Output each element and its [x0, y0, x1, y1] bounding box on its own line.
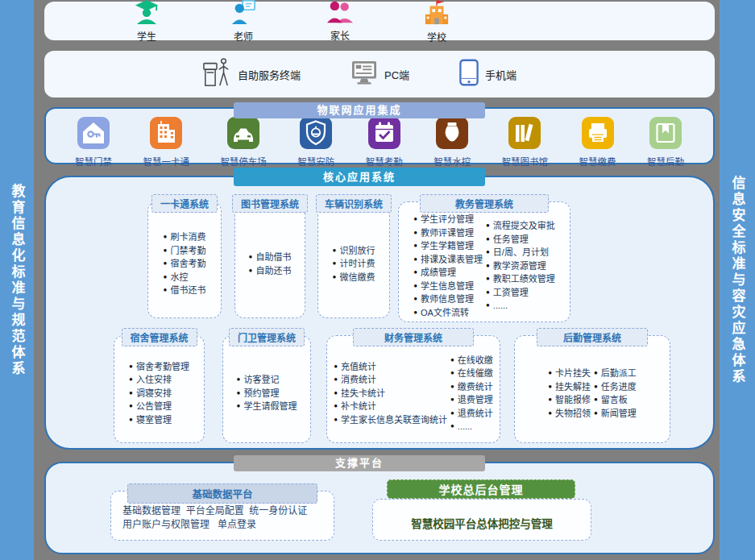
feature-item-label: 工资管理: [493, 286, 529, 300]
system-box-title: 车辆识别系统: [316, 194, 392, 213]
iot-label: 智慧图书馆: [502, 155, 549, 168]
feature-item: ●卡片挂失: [548, 367, 591, 380]
iot-label: 智慧停车场: [220, 155, 267, 168]
feature-item-label: 充值统计: [341, 360, 376, 374]
device-label: PC端: [384, 67, 409, 82]
feature-item-label: 缴费统计: [458, 380, 493, 394]
system-box: 宿舍管理系统●宿舍考勤管理●入住安排●调寝安排●公告管理●寝室管理: [114, 335, 205, 443]
system-box: 财务管理系统●充值统计●消费统计●挂失卡统计●补卡统计●学生家长信息关联查询统计…: [326, 335, 500, 443]
iot-item: 智慧停车场: [220, 117, 267, 168]
onecard-icon: [150, 117, 182, 152]
feature-item-label: 学生家长信息关联查询统计: [341, 413, 447, 427]
feature-item: ●教职工绩效管理: [486, 272, 555, 286]
feature-item: ●教师信息管理: [413, 292, 483, 306]
system-box-title: 教务管理系统: [420, 194, 549, 213]
feature-item: ●宿舍考勤管理: [129, 360, 189, 374]
kiosk-icon: [202, 56, 231, 92]
iot-panel-header: 物联网应用集成: [234, 102, 485, 118]
feature-item-label: 退费管理: [458, 393, 493, 407]
bullet-icon: ●: [450, 367, 454, 380]
system-box-title: 门卫管理系统: [229, 328, 305, 346]
user-label: 家长: [330, 28, 350, 42]
feature-item-label: 微信缴费: [339, 271, 375, 284]
feature-item: ●成绩管理: [413, 266, 483, 280]
feature-item: ●调寝安排: [129, 387, 189, 400]
feature-item-label: 留言板: [601, 393, 628, 407]
feature-item-label: 调寝安排: [136, 387, 172, 400]
support-platform-panel: 支撑平台 基础数据平台 基础数据管理 平台全局配置 统一身份认证用户账户与权限管…: [44, 462, 715, 554]
support-panel-header: 支撑平台: [234, 455, 485, 471]
feature-item-label: 公告管理: [136, 400, 172, 413]
school-backstage-box: 智慧校园平台总体把控与管理: [372, 499, 591, 541]
feature-item: ●学生信息管理: [413, 280, 483, 293]
iot-item: 智慧图书馆: [502, 117, 549, 168]
user-group-school: 学校: [411, 0, 463, 44]
feature-item: ●教学资源管理: [486, 259, 555, 273]
system-box: 后勤管理系统●卡片挂失●挂失解挂●智能报修●失物招领●后勤派工●任务进度●留言板…: [514, 335, 670, 443]
feature-item-label: 教师评课管理: [421, 226, 474, 240]
bullet-icon: ●: [450, 380, 454, 394]
feature-item: ●消费统计: [334, 373, 447, 387]
feature-item: ●充值统计: [334, 360, 447, 374]
student-icon: [135, 0, 159, 28]
feature-item: ●OA文件流转: [413, 306, 483, 320]
bullet-icon: ●: [129, 387, 133, 400]
parents-icon: [326, 0, 354, 27]
right-security-sidebar: 信息安全标准与容灾应急体系: [720, 0, 755, 560]
feature-item: ●新闻管理: [594, 407, 637, 421]
system-box: 一卡通系统●刷卡消费●门禁考勤●宿舍考勤●水控●借书还书: [147, 201, 222, 318]
bullet-icon: ●: [450, 393, 454, 407]
system-box-columns: ●学生评分管理●教师评课管理●学生学籍管理●排课及课表管理●成绩管理●学生信息管…: [413, 202, 555, 321]
iot-label: 智慧门禁: [75, 155, 112, 168]
feature-item-label: 宿舍考勤: [170, 257, 205, 271]
bullet-icon: ●: [413, 226, 417, 240]
core-applications-panel: 核心应用系统 一卡通系统●刷卡消费●门禁考勤●宿舍考勤●水控●借书还书图书管理系…: [44, 176, 715, 450]
device-label: 手机端: [485, 67, 516, 82]
bullet-icon: ●: [334, 387, 338, 400]
parking-icon: [227, 117, 259, 152]
iot-item: 智慧安防: [297, 117, 334, 168]
smart-campus-architecture-diagram: 教育信息化标准与规范体系 信息安全标准与容灾应急体系 学生老师家长学校 自助服务…: [0, 0, 755, 560]
bullet-icon: ●: [334, 413, 338, 427]
feature-item-label: 任务管理: [493, 233, 529, 247]
iot-item: 智慧门禁: [75, 117, 112, 168]
feature-item-label: 水控: [170, 271, 188, 284]
base-platform-line-1: 基础数据管理 平台全局配置 统一身份认证: [122, 505, 307, 516]
feature-item: ●宿舍考勤: [164, 257, 206, 271]
iot-item: 智慧后勤: [647, 117, 684, 168]
feature-item: ●学生学籍管理: [413, 239, 483, 253]
iot-label: 智慧水控: [434, 155, 471, 168]
bullet-icon: ●: [548, 407, 552, 421]
bullet-icon: ●: [450, 407, 454, 421]
system-box-columns: ●充值统计●消费统计●挂失卡统计●补卡统计●学生家长信息关联查询统计●在线收缴●…: [334, 336, 493, 442]
feature-item: ●学生请假管理: [237, 400, 297, 413]
bullet-icon: ●: [486, 246, 490, 259]
access-devices-panel: 自助服务终端PC端手机端: [44, 51, 715, 97]
feature-item-label: 在线收缴: [458, 354, 493, 367]
right-sidebar-label: 信息安全标准与容灾应急体系: [728, 176, 748, 385]
feature-item-label: 智能报修: [555, 393, 591, 407]
user-group-parents: 家长: [314, 0, 366, 42]
feature-item-label: 在线催缴: [458, 367, 493, 380]
iot-label: 智慧缴费: [579, 155, 616, 168]
system-box-title: 图书管理系统: [232, 194, 308, 213]
security-icon: [300, 117, 332, 152]
bullet-icon: ●: [249, 264, 253, 278]
system-box-column: ●充值统计●消费统计●挂失卡统计●补卡统计●学生家长信息关联查询统计: [334, 360, 447, 427]
bullet-icon: ●: [594, 367, 598, 380]
device-group-kiosk: 自助服务终端: [202, 56, 301, 92]
feature-item-label: 后勤派工: [601, 367, 637, 380]
feature-item-label: 刷卡消费: [170, 230, 205, 244]
teacher-icon: [230, 0, 256, 28]
system-box-title: 后勤管理系统: [537, 328, 648, 346]
school-backstage-title: 学校总后台管理: [387, 479, 575, 499]
bullet-icon: ●: [548, 393, 552, 407]
school-backstage-desc: 智慧校园平台总体把控与管理: [411, 508, 553, 531]
feature-item: ●排课及课表管理: [413, 253, 483, 267]
bullet-icon: ●: [594, 380, 598, 394]
feature-item: ●刷卡消费: [164, 230, 206, 244]
core-panel-header: 核心应用系统: [234, 168, 485, 186]
feature-item: ●借书还书: [164, 284, 206, 297]
feature-item: ●学生评分管理: [413, 213, 483, 226]
system-box-column: ●学生评分管理●教师评课管理●学生学籍管理●排课及课表管理●成绩管理●学生信息管…: [413, 213, 483, 319]
